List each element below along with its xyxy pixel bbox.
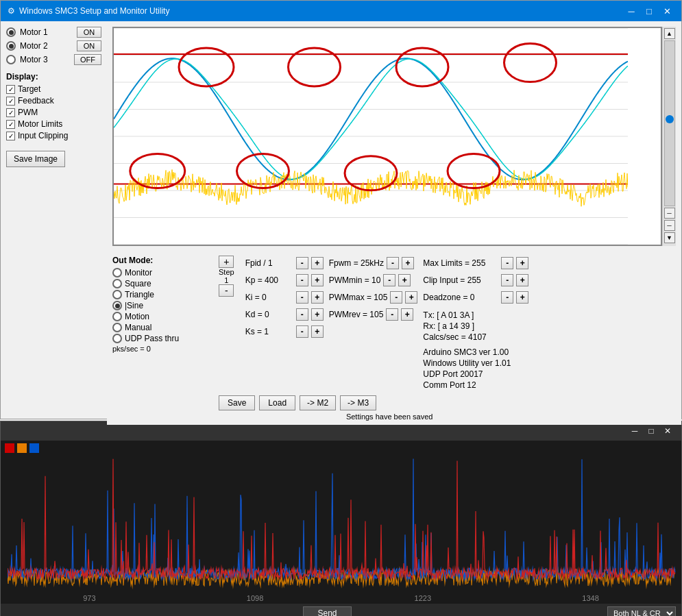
- close-button[interactable]: ✕: [659, 3, 674, 19]
- input-clipping-checkbox[interactable]: [6, 132, 15, 140]
- step-value: 1: [224, 276, 228, 284]
- scroll-up-btn[interactable]: ▲: [664, 28, 675, 39]
- mode-square-radio[interactable]: [112, 279, 122, 288]
- pks-per-sec: pks/sec = 0: [112, 345, 212, 353]
- pwm-checkbox[interactable]: [6, 108, 15, 117]
- motor1-toggle[interactable]: ON: [77, 27, 101, 38]
- ki-plus[interactable]: +: [311, 291, 324, 304]
- step-minus-btn[interactable]: -: [219, 284, 234, 297]
- maxlim-minus[interactable]: -: [501, 257, 513, 269]
- params-col3: Max Limits = 255 - + Clip Input = 255 - …: [423, 256, 560, 305]
- pwmmax-minus[interactable]: -: [390, 291, 402, 304]
- title-bar: ⚙ Windows SMC3 Setup and Monitor Utility…: [1, 1, 681, 21]
- motor1-label: Motor 1: [20, 27, 73, 37]
- motor2-radio[interactable]: [6, 41, 16, 51]
- mode-sine-radio[interactable]: [112, 301, 122, 310]
- input-clipping-row: Input Clipping: [6, 131, 101, 140]
- ki-label: Ki = 0: [245, 293, 293, 302]
- line-ending-dropdown[interactable]: Both NL & CR: [607, 606, 676, 616]
- save-image-button[interactable]: Save Image: [6, 151, 65, 167]
- pwmrev-minus[interactable]: -: [386, 308, 398, 321]
- mode-monitor-radio[interactable]: [112, 268, 122, 278]
- send-button[interactable]: Send: [303, 606, 351, 616]
- scroll-btn-mid2[interactable]: ─: [664, 220, 675, 231]
- maximize-button[interactable]: □: [642, 3, 657, 19]
- kp-plus[interactable]: +: [311, 274, 324, 286]
- bottom-controls: Out Mode: Monitor Square Triangle: [107, 251, 681, 425]
- minimize-button[interactable]: ─: [624, 3, 639, 19]
- pwmrev-plus[interactable]: +: [401, 308, 413, 321]
- scroll-btn-mid1[interactable]: ─: [664, 208, 675, 219]
- mode-manual-radio[interactable]: [112, 323, 122, 332]
- deadzone-plus[interactable]: +: [516, 291, 528, 304]
- step-plus-btn[interactable]: +: [219, 256, 234, 268]
- kp-minus[interactable]: -: [296, 274, 308, 286]
- ks-label: Ks = 1: [245, 327, 293, 336]
- m2-button[interactable]: -> M2: [300, 395, 336, 410]
- x-label-2: 1098: [247, 594, 263, 602]
- comm-port: Comm Port 12: [423, 380, 560, 390]
- window-title: Windows SMC3 Setup and Monitor Utility: [19, 6, 169, 16]
- display-section: Display: Target Feedback PWM Motor Limit…: [6, 72, 101, 140]
- second-minimize-btn[interactable]: ─: [628, 424, 642, 438]
- motor-limits-checkbox[interactable]: [6, 120, 15, 129]
- legend-dots: [1, 441, 681, 456]
- maxlim-plus[interactable]: +: [516, 257, 528, 269]
- pwmmin-minus[interactable]: -: [383, 274, 395, 286]
- motor1-radio[interactable]: [6, 27, 16, 37]
- scroll-track[interactable]: [664, 40, 675, 206]
- right-scrollbar[interactable]: ▲ ─ ─ ▼: [662, 27, 676, 246]
- motor-limits-row: Motor Limits: [6, 119, 101, 129]
- pwmmin-label: PWMmin = 10: [329, 275, 381, 285]
- ki-minus[interactable]: -: [296, 291, 308, 304]
- serial-bottom-bar: Send Both NL & CR: [1, 604, 681, 616]
- m3-button[interactable]: -> M3: [340, 395, 376, 410]
- kd-plus[interactable]: +: [311, 308, 324, 321]
- second-maximize-btn[interactable]: □: [644, 424, 658, 438]
- load-button[interactable]: Load: [259, 395, 295, 410]
- mode-triangle: Triangle: [112, 290, 212, 299]
- mode-motion-label: Motion: [125, 312, 149, 321]
- mode-square-label: Square: [125, 279, 151, 288]
- pwm-row: PWM: [6, 108, 101, 117]
- fpid-plus[interactable]: +: [311, 257, 324, 269]
- serial-chart: [1, 456, 681, 593]
- clipinput-minus[interactable]: -: [501, 274, 513, 286]
- motor3-toggle[interactable]: OFF: [74, 54, 101, 65]
- save-button[interactable]: Save: [219, 395, 255, 410]
- feedback-label: Feedback: [18, 96, 54, 106]
- rx-info: Rx: [ a 14 39 ]: [423, 321, 560, 331]
- motor2-toggle[interactable]: ON: [77, 40, 101, 51]
- second-close-btn[interactable]: ✕: [661, 424, 674, 438]
- deadzone-minus[interactable]: -: [501, 291, 513, 304]
- fpid-minus[interactable]: -: [296, 257, 308, 269]
- mode-triangle-radio[interactable]: [112, 290, 122, 299]
- mode-motion-radio[interactable]: [112, 312, 122, 321]
- mode-manual: Manual: [112, 323, 212, 332]
- deadzone-row: Deadzone = 0 - +: [423, 290, 560, 305]
- scroll-thumb[interactable]: [666, 115, 674, 123]
- feedback-row: Feedback: [6, 96, 101, 106]
- pwmmax-plus[interactable]: +: [405, 291, 417, 304]
- feedback-checkbox[interactable]: [6, 97, 15, 106]
- mode-sine-label: |Sine: [125, 301, 143, 310]
- motor3-radio[interactable]: [6, 55, 16, 64]
- scroll-down-btn[interactable]: ▼: [664, 232, 675, 243]
- target-checkbox[interactable]: [6, 85, 15, 94]
- pwmmax-label: PWMmax = 105: [329, 293, 388, 302]
- oscilloscope-chart: [112, 27, 662, 246]
- motor3-label: Motor 3: [20, 55, 70, 64]
- mode-udp-radio[interactable]: [112, 334, 122, 343]
- step-label: Step: [219, 268, 234, 276]
- main-canvas: [114, 28, 628, 245]
- ks-plus[interactable]: +: [311, 325, 324, 338]
- pwmmin-plus[interactable]: +: [398, 274, 411, 286]
- fpwm-plus[interactable]: +: [402, 257, 414, 269]
- kd-minus[interactable]: -: [296, 308, 308, 321]
- kp-row: Kp = 400 - +: [245, 273, 324, 288]
- clipinput-plus[interactable]: +: [516, 274, 528, 286]
- display-title: Display:: [6, 72, 101, 82]
- mode-motion: Motion: [112, 312, 212, 321]
- ks-minus[interactable]: -: [296, 325, 308, 338]
- fpwm-minus[interactable]: -: [387, 257, 399, 269]
